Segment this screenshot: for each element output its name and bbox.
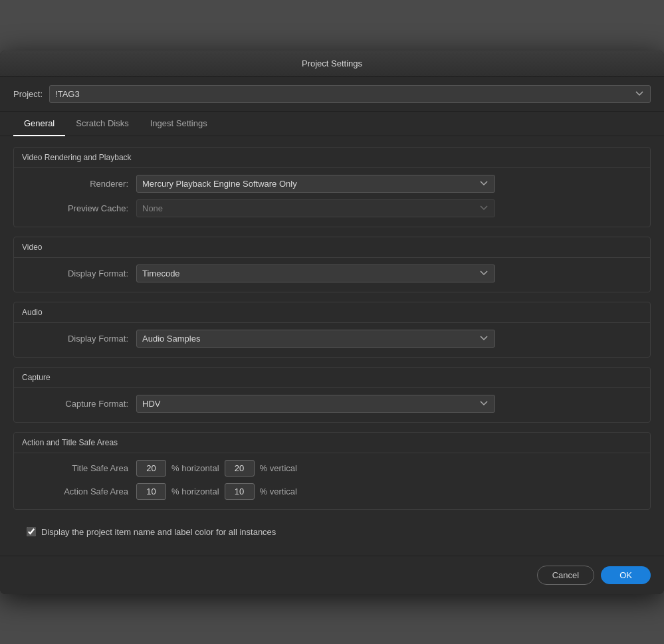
capture-format-select[interactable]: HDVDVSDI bbox=[136, 395, 495, 413]
title-safe-v-input[interactable] bbox=[225, 460, 255, 477]
display-label-checkbox[interactable] bbox=[27, 527, 36, 536]
title-safe-h-input[interactable] bbox=[136, 460, 166, 477]
section-audio: Audio Display Format: Audio SamplesMilli… bbox=[13, 302, 651, 358]
renderer-row: Renderer: Mercury Playback Engine Softwa… bbox=[22, 175, 642, 193]
checkbox-row: Display the project item name and label … bbox=[13, 519, 651, 545]
title-safe-row: Title Safe Area % horizontal % vertical bbox=[22, 460, 642, 477]
capture-format-label: Capture Format: bbox=[22, 399, 128, 409]
audio-display-format-label: Display Format: bbox=[22, 334, 128, 344]
video-display-format-select[interactable]: TimecodeFramesFeet + FramesSeconds bbox=[136, 265, 495, 282]
video-display-format-row: Display Format: TimecodeFramesFeet + Fra… bbox=[22, 265, 642, 282]
section-video: Video Display Format: TimecodeFramesFeet… bbox=[13, 237, 651, 292]
renderer-select[interactable]: Mercury Playback Engine Software OnlyMer… bbox=[136, 175, 495, 193]
section-video-header: Video bbox=[14, 237, 650, 257]
renderer-label: Renderer: bbox=[22, 179, 128, 189]
footer: Cancel OK bbox=[0, 556, 664, 594]
action-safe-v-input[interactable] bbox=[225, 483, 255, 500]
section-video-body: Display Format: TimecodeFramesFeet + Fra… bbox=[14, 257, 650, 292]
display-label-text[interactable]: Display the project item name and label … bbox=[41, 527, 276, 537]
section-safe-areas: Action and Title Safe Areas Title Safe A… bbox=[13, 432, 651, 510]
tab-general[interactable]: General bbox=[13, 112, 65, 136]
project-settings-dialog: Project Settings Project: !TAG3 General … bbox=[0, 51, 664, 594]
video-display-format-label: Display Format: bbox=[22, 268, 128, 278]
section-audio-header: Audio bbox=[14, 302, 650, 322]
section-video-rendering-body: Renderer: Mercury Playback Engine Softwa… bbox=[14, 167, 650, 227]
audio-display-format-row: Display Format: Audio SamplesMillisecond… bbox=[22, 330, 642, 348]
action-safe-h-unit: % horizontal bbox=[171, 486, 219, 496]
title-safe-h-unit: % horizontal bbox=[171, 463, 219, 473]
title-safe-label: Title Safe Area bbox=[22, 463, 128, 473]
ok-button[interactable]: OK bbox=[601, 566, 651, 584]
title-bar: Project Settings bbox=[0, 51, 664, 77]
cancel-button[interactable]: Cancel bbox=[537, 566, 594, 585]
tabs-row: General Scratch Disks Ingest Settings bbox=[0, 112, 664, 136]
action-safe-label: Action Safe Area bbox=[22, 486, 128, 496]
section-audio-body: Display Format: Audio SamplesMillisecond… bbox=[14, 322, 650, 357]
tab-ingest-settings[interactable]: Ingest Settings bbox=[140, 112, 218, 136]
action-safe-row: Action Safe Area % horizontal % vertical bbox=[22, 483, 642, 500]
content-area: Video Rendering and Playback Renderer: M… bbox=[0, 136, 664, 556]
preview-cache-select[interactable]: None bbox=[136, 199, 495, 217]
dialog-title: Project Settings bbox=[302, 58, 362, 68]
project-select[interactable]: !TAG3 bbox=[49, 85, 651, 103]
action-safe-v-unit: % vertical bbox=[260, 486, 297, 496]
section-capture-body: Capture Format: HDVDVSDI bbox=[14, 387, 650, 422]
capture-format-row: Capture Format: HDVDVSDI bbox=[22, 395, 642, 413]
section-safe-areas-body: Title Safe Area % horizontal % vertical … bbox=[14, 453, 650, 509]
section-video-rendering: Video Rendering and Playback Renderer: M… bbox=[13, 147, 651, 227]
audio-display-format-select[interactable]: Audio SamplesMilliseconds bbox=[136, 330, 495, 348]
preview-cache-row: Preview Cache: None bbox=[22, 199, 642, 217]
section-capture-header: Capture bbox=[14, 368, 650, 387]
action-safe-h-input[interactable] bbox=[136, 483, 166, 500]
section-video-rendering-header: Video Rendering and Playback bbox=[14, 148, 650, 167]
section-capture: Capture Capture Format: HDVDVSDI bbox=[13, 367, 651, 423]
tab-scratch-disks[interactable]: Scratch Disks bbox=[65, 112, 139, 136]
preview-cache-label: Preview Cache: bbox=[22, 203, 128, 213]
project-label: Project: bbox=[13, 89, 43, 99]
project-row: Project: !TAG3 bbox=[0, 77, 664, 112]
title-safe-v-unit: % vertical bbox=[260, 463, 297, 473]
section-safe-areas-header: Action and Title Safe Areas bbox=[14, 433, 650, 453]
